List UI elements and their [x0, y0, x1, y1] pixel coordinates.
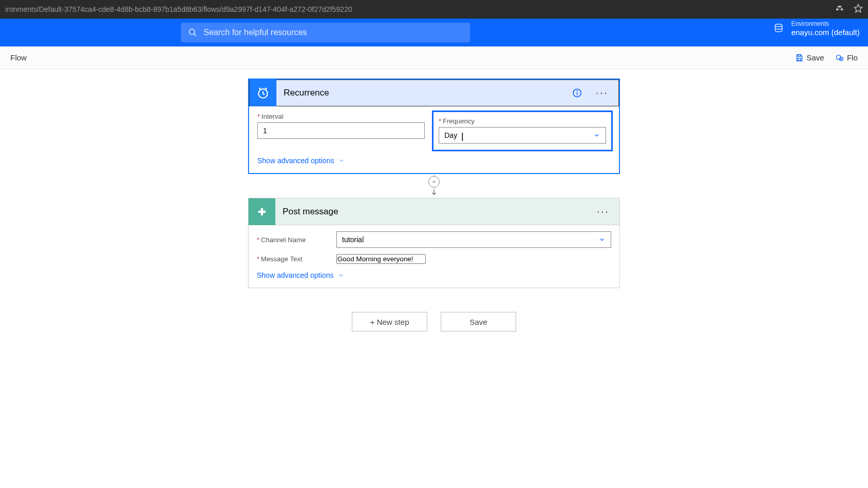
star-icon[interactable]: [854, 4, 863, 15]
message-text-row: *Message Text: [257, 254, 611, 264]
add-step-inline-button[interactable]: [428, 176, 440, 187]
environment-icon: [773, 23, 784, 35]
arrow-down-icon: [430, 188, 438, 198]
svg-line-2: [194, 34, 196, 36]
svg-marker-0: [855, 5, 862, 12]
app-header: Environments enayu.com (default): [0, 19, 868, 46]
post-message-card: Post message ··· *Channel Name tutorial …: [248, 198, 620, 288]
recurrence-advanced-toggle[interactable]: Show advanced options: [257, 156, 611, 165]
recurrence-title-input[interactable]: [276, 80, 572, 106]
page-title: Flow: [10, 53, 27, 62]
plus-icon: [431, 179, 437, 184]
search-input[interactable]: [204, 28, 463, 37]
save-label: Save: [807, 53, 824, 62]
bottom-actions: + New step Save: [352, 312, 516, 332]
save-icon: [795, 54, 803, 62]
environment-picker[interactable]: Environments enayu.com (default): [773, 21, 860, 37]
command-bar: Flow Save Flo: [0, 46, 868, 69]
flow-checker-label: Flo: [847, 53, 858, 62]
interval-input[interactable]: [257, 122, 425, 139]
chevron-down-icon: [598, 236, 606, 243]
svg-point-3: [776, 24, 782, 26]
incognito-icon[interactable]: [835, 4, 844, 15]
interval-field: *Interval: [257, 113, 425, 149]
post-message-header[interactable]: Post message ···: [249, 198, 619, 225]
flow-checker-button[interactable]: Flo: [835, 53, 858, 62]
channel-value: tutorial: [342, 235, 364, 244]
info-button[interactable]: [572, 88, 582, 98]
slack-icon: [249, 198, 275, 225]
svg-rect-15: [261, 208, 263, 215]
recurrence-header[interactable]: ···: [249, 80, 619, 106]
flow-checker-icon: [835, 54, 844, 62]
channel-label: Channel Name: [261, 236, 306, 244]
message-input[interactable]: [336, 254, 426, 264]
action-advanced-label: Show advanced options: [257, 271, 334, 279]
search-icon: [188, 28, 197, 37]
chevron-down-icon: [338, 158, 345, 164]
frequency-select[interactable]: Day: [439, 127, 606, 144]
action-advanced-toggle[interactable]: Show advanced options: [257, 271, 611, 279]
svg-point-10: [577, 91, 577, 91]
interval-label: Interval: [261, 113, 284, 120]
browser-address-bar: ironments/Default-37574ca4-cde8-4d8b-bcb…: [0, 0, 868, 19]
browser-url: ironments/Default-37574ca4-cde8-4d8b-bcb…: [5, 5, 352, 13]
save-flow-button[interactable]: Save: [441, 312, 516, 332]
message-label: Message Text: [261, 255, 302, 263]
svg-rect-4: [798, 55, 800, 56]
search-box[interactable]: [181, 23, 470, 42]
frequency-field: *Frequency Day: [432, 111, 613, 151]
svg-point-1: [189, 29, 195, 35]
post-message-title: Post message: [275, 207, 338, 217]
environment-value: enayu.com (default): [791, 28, 860, 37]
info-icon: [572, 88, 582, 98]
chevron-down-icon: [593, 132, 600, 139]
recurrence-card: ··· *Interval *Frequency Day: [248, 78, 620, 174]
frequency-label: Frequency: [443, 117, 474, 125]
new-step-button[interactable]: + New step: [352, 312, 427, 332]
channel-select[interactable]: tutorial: [336, 231, 611, 248]
flow-canvas: ··· *Interval *Frequency Day: [0, 69, 868, 488]
chevron-down-icon: [338, 272, 344, 278]
save-button[interactable]: Save: [795, 53, 824, 62]
frequency-value: Day: [444, 131, 457, 139]
text-cursor-icon: [460, 133, 464, 141]
environment-label: Environments: [791, 21, 860, 28]
channel-name-row: *Channel Name tutorial: [257, 231, 611, 248]
step-connector: [430, 174, 438, 198]
clock-icon: [250, 80, 276, 106]
svg-rect-5: [798, 58, 800, 60]
recurrence-advanced-label: Show advanced options: [257, 156, 334, 165]
